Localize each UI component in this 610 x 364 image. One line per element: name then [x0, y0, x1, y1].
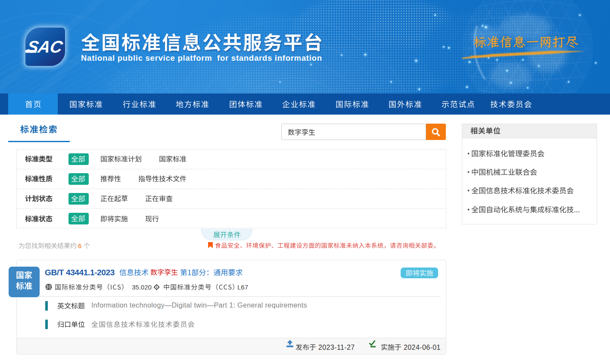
- svg-text:SAC: SAC: [25, 37, 64, 56]
